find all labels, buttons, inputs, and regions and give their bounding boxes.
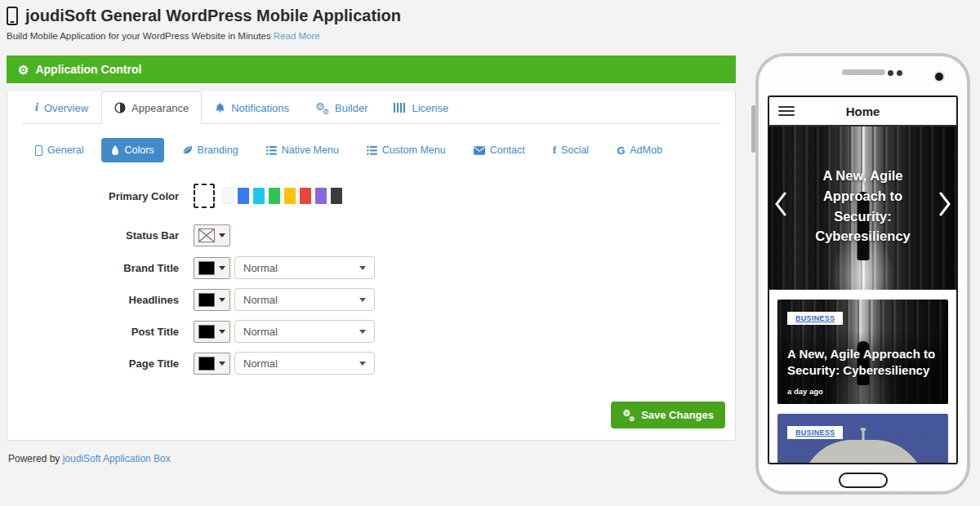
app-bar-title: Home <box>769 104 956 118</box>
featured-carousel[interactable]: A New, Agile Approach to Security: Cyber… <box>769 126 956 290</box>
bell-icon <box>215 102 225 113</box>
post-title-color-select[interactable] <box>194 321 230 343</box>
headlines-row: Headlines Normal <box>7 288 735 311</box>
application-control-panel: ⚙ Application Control i Overview Appeara… <box>7 55 736 441</box>
caret-down-icon <box>219 298 225 302</box>
primary-color-label: Primary Color <box>7 190 194 202</box>
caret-down-icon <box>219 233 225 237</box>
home-button <box>839 473 888 488</box>
page-title-style-select[interactable]: Normal <box>234 352 375 375</box>
selected-style: Normal <box>243 357 278 370</box>
subtab-label: Native Menu <box>282 144 339 156</box>
tab-builder[interactable]: ⚙⚙ Builder <box>302 91 381 124</box>
hamburger-menu-icon[interactable] <box>778 104 795 118</box>
category-badge[interactable]: BUSINESS <box>787 312 843 325</box>
tab-notifications[interactable]: Notifications <box>202 91 302 124</box>
page-title-label: Page Title <box>7 357 194 370</box>
subtab-admob[interactable]: G AdMob <box>607 138 672 162</box>
sensor-dot <box>888 70 893 76</box>
selected-style: Normal <box>243 326 278 338</box>
category-badge[interactable]: BUSINESS <box>787 426 843 439</box>
headlines-label: Headlines <box>7 294 194 306</box>
headlines-style-select[interactable]: Normal <box>234 288 375 311</box>
brand-title-row: Brand Title Normal <box>7 256 735 279</box>
facebook-icon: f <box>553 144 556 157</box>
save-changes-button[interactable]: ⚙⚙ Save Changes <box>611 402 725 428</box>
panel-body: i Overview Appearance Notifications ⚙⚙ B… <box>7 91 736 441</box>
color-swatch[interactable] <box>238 188 249 204</box>
appearance-subtabs: General Colors Branding Native Menu <box>25 138 720 162</box>
mobile-icon <box>35 145 42 156</box>
page-header: joudiSoft General WordPress Mobile Appli… <box>7 7 401 41</box>
application-box-link[interactable]: joudiSoft Application Box <box>63 453 171 464</box>
color-swatch <box>198 261 215 275</box>
brand-title-style-select[interactable]: Normal <box>234 256 375 279</box>
color-swatch[interactable] <box>331 188 342 204</box>
color-swatch[interactable] <box>300 188 311 204</box>
panel-header: ⚙ Application Control <box>7 55 736 83</box>
envelope-icon <box>474 146 485 155</box>
caret-down-icon <box>219 362 225 366</box>
page-footer: Powered by joudiSoft Application Box <box>8 453 171 464</box>
headlines-color-select[interactable] <box>194 289 230 311</box>
color-swatch[interactable] <box>269 188 280 204</box>
colors-form: Primary Color Status Bar <box>7 184 735 375</box>
subtab-label: Branding <box>198 144 238 156</box>
subtab-colors[interactable]: Colors <box>101 138 163 162</box>
page-title-row: Page Title Normal <box>7 352 735 375</box>
post-title-row: Post Title Normal <box>7 320 735 343</box>
subtab-contact[interactable]: Contact <box>464 138 535 162</box>
subtab-label: Contact <box>490 144 525 156</box>
article-feed: BUSINESS A New, Agile Approach to Securi… <box>769 290 956 464</box>
list-icon <box>367 146 377 155</box>
post-title-style-select[interactable]: Normal <box>234 320 375 343</box>
panel-title: Application Control <box>35 63 141 76</box>
chevron-right-icon[interactable] <box>938 192 951 216</box>
tab-overview[interactable]: i Overview <box>22 91 101 124</box>
color-swatch <box>198 357 215 371</box>
post-title-label: Post Title <box>7 326 194 338</box>
subtitle-text: Build Mobile Application for your WordPr… <box>7 31 271 41</box>
selected-style: Normal <box>243 294 278 306</box>
tab-label: Appearance <box>131 102 189 114</box>
subtab-label: General <box>47 144 83 156</box>
color-swatch[interactable] <box>222 188 234 204</box>
subtab-label: Social <box>561 144 589 156</box>
status-bar-label: Status Bar <box>7 229 194 242</box>
color-swatch <box>198 325 215 339</box>
save-button-label: Save Changes <box>641 409 714 421</box>
page-title: joudiSoft General WordPress Mobile Appli… <box>25 7 401 25</box>
subtab-branding[interactable]: Branding <box>172 138 248 162</box>
google-icon: G <box>617 144 625 157</box>
tint-icon <box>111 145 119 156</box>
status-bar-color-select[interactable] <box>194 224 230 246</box>
brand-title-color-select[interactable] <box>194 257 230 279</box>
caret-down-icon <box>359 298 366 302</box>
color-swatch[interactable] <box>253 188 265 204</box>
subtab-social[interactable]: f Social <box>543 138 599 162</box>
caret-down-icon <box>219 266 225 270</box>
read-more-link[interactable]: Read More <box>274 31 320 41</box>
article-card[interactable]: BUSINESS A New, Agile Approach to Securi… <box>777 300 948 404</box>
phone-mockup: Home A New, Agile Approach to Security: … <box>755 53 970 495</box>
tab-appearance[interactable]: Appearance <box>101 91 202 124</box>
color-swatch[interactable] <box>315 188 327 204</box>
tab-license[interactable]: License <box>381 91 461 124</box>
powered-by-text: Powered by <box>8 453 63 464</box>
barcode-icon <box>394 103 406 113</box>
carousel-headline[interactable]: A New, Agile Approach to Security: Cyber… <box>794 166 932 246</box>
primary-color-swatches <box>194 184 342 208</box>
subtab-native-menu[interactable]: Native Menu <box>256 138 349 162</box>
subtab-general[interactable]: General <box>25 138 93 162</box>
mobile-icon <box>7 7 18 25</box>
app-bar: Home <box>769 97 956 126</box>
cogs-icon: ⚙⚙ <box>315 102 329 113</box>
page-title-color-select[interactable] <box>194 353 230 375</box>
custom-color-picker[interactable] <box>194 184 215 208</box>
chevron-left-icon[interactable] <box>774 192 787 216</box>
color-swatch[interactable] <box>284 188 296 204</box>
subtab-custom-menu[interactable]: Custom Menu <box>357 138 456 162</box>
status-bar-row: Status Bar <box>7 224 735 246</box>
save-row: ⚙⚙ Save Changes <box>611 402 725 428</box>
article-card[interactable]: BUSINESS <box>777 414 948 464</box>
